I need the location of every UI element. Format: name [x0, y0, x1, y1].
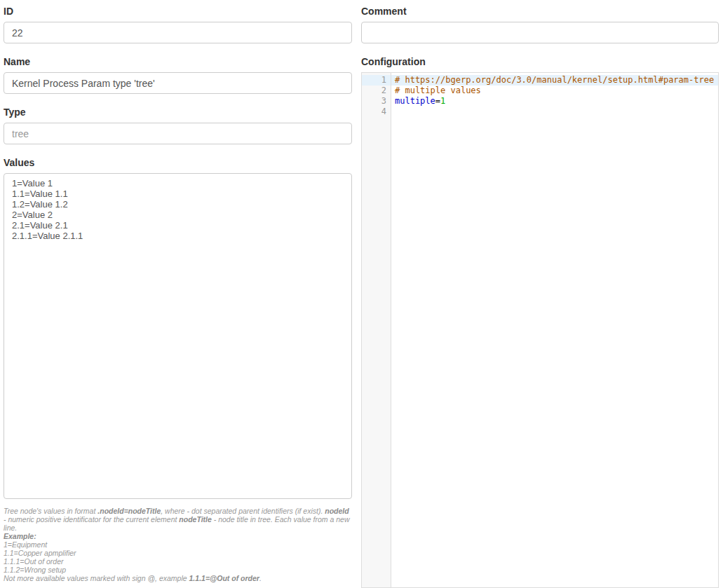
comment-field-group: Comment: [361, 6, 719, 43]
values-label: Values: [4, 157, 352, 168]
comment-input[interactable]: [361, 22, 719, 43]
right-column: Comment Configuration 1# https://bgerp.o…: [361, 6, 719, 588]
line-number: 4: [362, 107, 391, 117]
values-help-text: Tree node's values in format .nodeId=nod…: [4, 507, 352, 582]
code-line: 3multiple=1: [362, 96, 718, 107]
type-field-group: Type: [4, 107, 352, 144]
code-text: multiple=1: [391, 96, 718, 107]
configuration-label: Configuration: [361, 56, 719, 67]
configuration-code-editor[interactable]: 1# https://bgerp.org/doc/3.0/manual/kern…: [361, 72, 719, 588]
param-editor-form: ID Name Type Values 1=Value 1 1.1=Value …: [0, 0, 723, 588]
name-field-group: Name: [4, 56, 352, 94]
type-label: Type: [4, 107, 352, 118]
code-text: # https://bgerp.org/doc/3.0/manual/kerne…: [391, 75, 718, 86]
line-number: 2: [362, 86, 391, 96]
id-input[interactable]: [4, 22, 352, 43]
values-field-group: Values 1=Value 1 1.1=Value 1.1 1.2=Value…: [4, 157, 352, 582]
id-field-group: ID: [4, 6, 352, 43]
type-input[interactable]: [4, 123, 352, 144]
values-textarea[interactable]: 1=Value 1 1.1=Value 1.1 1.2=Value 1.2 2=…: [4, 173, 352, 499]
configuration-field-group: Configuration 1# https://bgerp.org/doc/3…: [361, 56, 719, 588]
line-number-gutter: [362, 73, 391, 587]
code-line: 4: [362, 107, 718, 117]
code-line: 1# https://bgerp.org/doc/3.0/manual/kern…: [362, 75, 718, 86]
left-column: ID Name Type Values 1=Value 1 1.1=Value …: [4, 6, 352, 588]
code-line: 2# multiple values: [362, 86, 718, 96]
name-label: Name: [4, 56, 352, 67]
code-lines: 1# https://bgerp.org/doc/3.0/manual/kern…: [362, 75, 718, 117]
line-number: 1: [362, 75, 391, 86]
id-label: ID: [4, 6, 352, 17]
code-text: # multiple values: [391, 86, 718, 96]
line-number: 3: [362, 96, 391, 107]
comment-label: Comment: [361, 6, 719, 17]
name-input[interactable]: [4, 72, 352, 94]
code-text: [391, 107, 718, 117]
